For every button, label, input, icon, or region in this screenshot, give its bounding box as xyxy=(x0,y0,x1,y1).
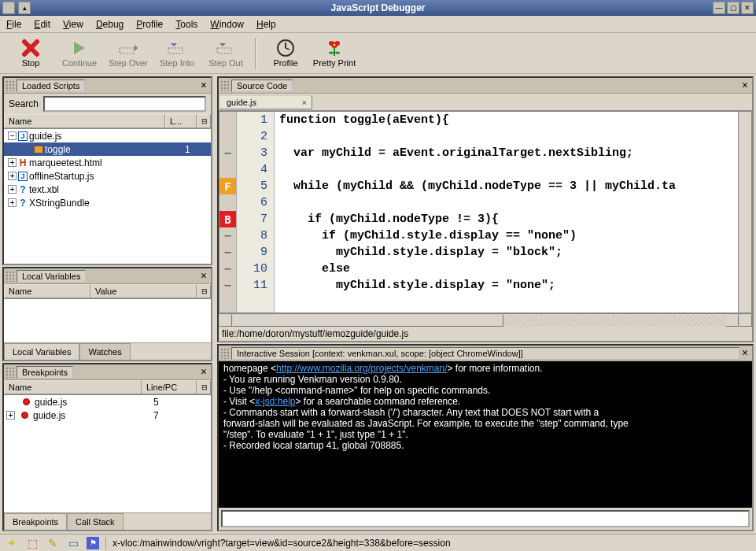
gutter-mark[interactable]: − xyxy=(219,261,236,277)
column-l[interactable]: L... xyxy=(165,114,197,128)
tree-item-label: XStringBundle xyxy=(29,198,183,209)
tab-breakpoints[interactable]: Breakpoints xyxy=(4,513,67,530)
code-editor[interactable]: −FB−−−− 1234567891011 function toggle(aE… xyxy=(219,111,752,313)
tree-row[interactable]: +JofflineStartup.js xyxy=(4,169,211,183)
grip-icon[interactable] xyxy=(6,80,15,91)
tree-row[interactable]: +?XStringBundle xyxy=(4,196,211,209)
status-icon[interactable]: ▭ xyxy=(66,537,80,549)
vertical-scrollbar[interactable] xyxy=(738,112,751,312)
expand-icon[interactable]: − xyxy=(8,131,17,140)
expand-icon[interactable]: + xyxy=(8,172,17,180)
close-icon[interactable]: × xyxy=(198,80,209,92)
source-tab[interactable]: guide.js × xyxy=(219,95,312,109)
menu-debug[interactable]: Debug xyxy=(96,19,124,30)
horizontal-scrollbar[interactable] xyxy=(219,313,752,327)
tree-row[interactable]: toggle1 xyxy=(4,142,211,156)
pretty-print-button[interactable]: Pretty Print xyxy=(312,35,357,72)
continue-button[interactable]: Continue xyxy=(57,35,102,72)
close-tab-icon[interactable]: × xyxy=(302,98,307,107)
terminal-output[interactable]: homepage <http://www.mozilla.org/project… xyxy=(219,361,752,508)
step-over-button[interactable]: Step Over xyxy=(105,35,151,72)
tree-item-label: toggle xyxy=(45,144,183,155)
step-out-icon xyxy=(215,39,237,57)
tab-local-variables[interactable]: Local Variables xyxy=(4,343,79,360)
close-icon[interactable]: × xyxy=(739,80,750,92)
tree-row[interactable]: +?text.xbl xyxy=(4,183,211,196)
tab-watches[interactable]: Watches xyxy=(79,343,130,360)
tree-item-label: guide.js xyxy=(33,410,152,421)
expand-icon[interactable]: + xyxy=(6,411,15,420)
column-picker[interactable]: ⊟ xyxy=(197,114,211,128)
maximize-button[interactable]: ▢ xyxy=(727,2,739,14)
column-picker[interactable]: ⊟ xyxy=(197,380,211,394)
terminal-link[interactable]: x-jsd:help xyxy=(255,396,295,407)
grip-icon[interactable] xyxy=(220,348,230,359)
terminal-line: homepage <http://www.mozilla.org/project… xyxy=(223,363,747,374)
minimize-button[interactable]: — xyxy=(713,2,725,14)
tab-call-stack[interactable]: Call Stack xyxy=(67,513,124,530)
status-icon[interactable]: ✎ xyxy=(46,537,60,549)
gutter-mark[interactable]: − xyxy=(219,227,236,244)
toolbar-separator xyxy=(255,38,256,69)
menu-tools[interactable]: Tools xyxy=(175,19,197,30)
status-icon[interactable]: ✦ xyxy=(5,537,19,549)
gutter-mark[interactable]: − xyxy=(219,145,236,161)
menu-profile[interactable]: Profile xyxy=(136,19,163,30)
grip-icon[interactable] xyxy=(6,367,15,378)
menu-view[interactable]: View xyxy=(63,19,83,30)
column-name[interactable]: Name xyxy=(4,114,165,128)
gutter-mark[interactable] xyxy=(219,128,236,145)
tree-row[interactable]: +guide.js7 xyxy=(4,409,211,422)
column-line[interactable]: Line/PC xyxy=(142,380,197,394)
status-icon[interactable]: ⚑ xyxy=(87,537,99,549)
menu-window[interactable]: Window xyxy=(210,19,244,30)
expand-icon[interactable]: + xyxy=(8,198,17,207)
source-tab-label: guide.js xyxy=(227,98,256,107)
code-line: else xyxy=(275,261,751,277)
close-icon[interactable]: × xyxy=(198,270,209,283)
gutter-mark[interactable]: − xyxy=(219,244,236,261)
step-into-button[interactable]: Step Into xyxy=(154,35,200,72)
terminal-input[interactable] xyxy=(221,510,750,527)
gutter-mark[interactable] xyxy=(219,194,236,211)
gutter-mark[interactable]: − xyxy=(219,277,236,294)
menu-file[interactable]: File xyxy=(6,19,21,30)
grip-icon[interactable] xyxy=(6,271,15,282)
gutter-mark[interactable] xyxy=(219,112,236,128)
column-value[interactable]: Value xyxy=(90,284,197,298)
expand-icon[interactable]: + xyxy=(8,158,17,167)
menu-help[interactable]: Help xyxy=(256,19,276,30)
code-line: if (myChild.style.display == "none") xyxy=(275,227,751,244)
stop-button[interactable]: Stop xyxy=(8,35,53,72)
menu-edit[interactable]: Edit xyxy=(34,19,50,30)
breakpoints-panel: Breakpoints × Name Line/PC ⊟ guide.js5+g… xyxy=(2,363,212,531)
gutter-mark[interactable] xyxy=(219,161,236,178)
close-icon[interactable]: × xyxy=(198,366,209,379)
breakpoints-tree[interactable]: guide.js5+guide.js7 xyxy=(4,395,211,512)
tree-row[interactable]: guide.js5 xyxy=(4,395,211,409)
profile-button[interactable]: Profile xyxy=(263,35,308,72)
js-file-icon: J xyxy=(18,172,28,181)
terminal-line: - Recorded local startup 41, global 7088… xyxy=(223,440,747,451)
gutter-mark[interactable]: F xyxy=(219,178,236,194)
search-input[interactable] xyxy=(43,96,206,112)
column-picker[interactable]: ⊟ xyxy=(197,284,211,298)
column-name[interactable]: Name xyxy=(4,380,142,394)
terminal-link[interactable]: http://www.mozilla.org/projects/venkman/ xyxy=(276,363,447,374)
tree-row[interactable]: +Hmarqueetest.html xyxy=(4,156,211,169)
rollup-button[interactable]: ▴ xyxy=(18,2,31,14)
close-icon[interactable]: × xyxy=(739,347,750,360)
tree-row[interactable]: −Jguide.js xyxy=(4,129,211,142)
local-vars-tree[interactable] xyxy=(4,299,211,342)
status-icon[interactable]: ⬚ xyxy=(25,537,39,549)
flower-icon xyxy=(323,39,345,57)
step-out-button[interactable]: Step Out xyxy=(203,35,249,72)
grip-icon[interactable] xyxy=(220,80,230,91)
panel-title: Local Variables xyxy=(17,270,86,283)
gutter-mark[interactable]: B xyxy=(219,211,236,227)
expand-icon[interactable]: + xyxy=(8,185,17,194)
close-window-button[interactable]: ✕ xyxy=(741,2,754,14)
column-name[interactable]: Name xyxy=(4,284,90,298)
line-number: 9 xyxy=(237,244,267,261)
scripts-tree[interactable]: −Jguide.jstoggle1+Hmarqueetest.html+Joff… xyxy=(4,129,211,264)
